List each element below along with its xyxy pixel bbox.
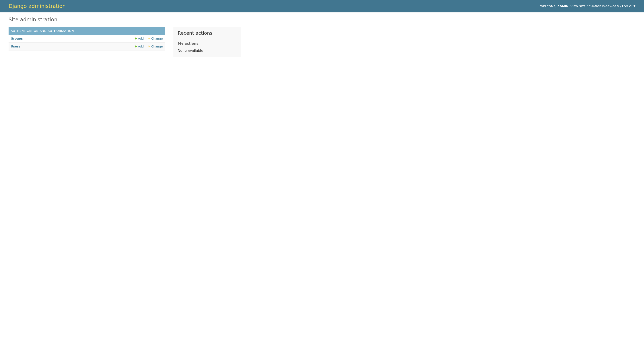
app-module-auth: Authentication and Authorization Groups … — [8, 27, 165, 50]
model-row-users: Users ✚Add ✎Change — [8, 42, 165, 50]
branding: Django administration — [8, 3, 66, 9]
app-table: Authentication and Authorization Groups … — [8, 27, 165, 50]
add-label: Add — [138, 37, 144, 40]
model-add-cell: ✚Add — [132, 42, 146, 50]
model-change-cell: ✎Change — [146, 42, 165, 50]
change-label: Change — [151, 37, 163, 40]
separator: / — [586, 5, 588, 8]
view-site-link[interactable]: View site — [570, 5, 586, 8]
recent-actions-title: Recent actions — [174, 27, 241, 39]
welcome-text: Welcome, — [540, 5, 558, 8]
add-groups-link[interactable]: ✚Add — [135, 37, 144, 40]
add-label: Add — [138, 45, 144, 48]
dashboard: Authentication and Authorization Groups … — [8, 27, 636, 61]
content-related: Recent actions My actions None available — [174, 27, 241, 61]
recent-actions-subtitle: My actions — [174, 39, 241, 47]
content-main: Authentication and Authorization Groups … — [8, 27, 165, 61]
username: admin — [557, 5, 568, 8]
header: Django administration Welcome, admin. Vi… — [0, 0, 644, 12]
recent-actions-module: Recent actions My actions None available — [174, 27, 241, 57]
app-caption-link[interactable]: Authentication and Authorization — [11, 29, 74, 32]
pencil-icon: ✎ — [148, 45, 150, 48]
change-label: Change — [151, 45, 163, 48]
change-groups-link[interactable]: ✎Change — [148, 37, 163, 40]
user-tools: Welcome, admin. View site / Change passw… — [540, 5, 636, 8]
pencil-icon: ✎ — [148, 37, 150, 40]
model-groups-link[interactable]: Groups — [11, 37, 23, 40]
separator: / — [619, 5, 622, 8]
recent-actions-empty: None available — [174, 47, 241, 57]
site-title: Django administration — [8, 3, 66, 9]
model-add-cell: ✚Add — [132, 35, 146, 42]
model-name-cell: Groups — [8, 35, 132, 42]
page-title: Site administration — [8, 17, 636, 23]
change-users-link[interactable]: ✎Change — [148, 45, 163, 48]
model-users-link[interactable]: Users — [11, 45, 20, 48]
content: Site administration Authentication and A… — [0, 12, 644, 65]
add-users-link[interactable]: ✚Add — [135, 45, 144, 48]
plus-icon: ✚ — [135, 45, 137, 48]
model-row-groups: Groups ✚Add ✎Change — [8, 35, 165, 42]
separator: . — [568, 5, 570, 8]
model-change-cell: ✎Change — [146, 35, 165, 42]
site-title-link[interactable]: Django administration — [8, 3, 66, 9]
model-name-cell: Users — [8, 42, 132, 50]
logout-link[interactable]: Log out — [622, 5, 636, 8]
plus-icon: ✚ — [135, 37, 137, 40]
change-password-link[interactable]: Change password — [589, 5, 619, 8]
app-caption: Authentication and Authorization — [8, 27, 165, 35]
